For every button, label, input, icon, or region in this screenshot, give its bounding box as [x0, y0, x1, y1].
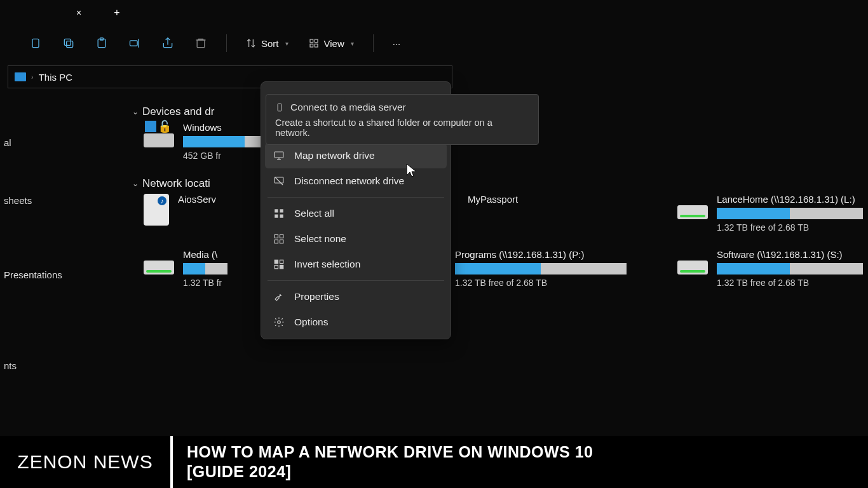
drive-name: Media (\ — [183, 249, 239, 260]
lock-icon: 🔓 — [158, 119, 172, 133]
cut-icon[interactable] — [23, 30, 48, 56]
svg-rect-6 — [197, 40, 205, 48]
svg-rect-14 — [275, 209, 278, 212]
drive-icon — [677, 194, 708, 219]
breadcrumb-separator: › — [31, 73, 34, 81]
chevron-down-icon: ▾ — [285, 40, 288, 47]
svg-rect-7 — [310, 39, 313, 43]
select-none-icon — [273, 233, 285, 245]
drive-icon — [677, 249, 708, 274]
footer-brand: ZENON NEWS — [17, 451, 153, 473]
drive-aios[interactable]: ♪ AiosServ — [144, 194, 239, 233]
select-all-icon — [273, 207, 285, 220]
svg-rect-22 — [275, 260, 278, 263]
footer-headline-line1: HOW TO MAP A NETWORK DRIVE ON WINDOWS 10 — [187, 442, 868, 462]
copy-icon[interactable] — [56, 30, 81, 56]
share-icon[interactable] — [155, 30, 180, 56]
svg-rect-5 — [130, 41, 138, 46]
svg-rect-11 — [278, 104, 281, 111]
drive-media[interactable]: Media (\ 1.32 TB fr — [144, 249, 239, 288]
paste-icon[interactable] — [89, 30, 114, 56]
drive-name: Programs (\\192.168.1.31) (P:) — [455, 249, 639, 260]
drive-software[interactable]: Software (\\192.168.1.31) (S:) 1.32 TB f… — [677, 249, 868, 288]
menu-disconnect-network-drive[interactable]: Disconnect network drive — [265, 168, 447, 194]
new-tab-button[interactable]: + — [107, 4, 127, 22]
svg-rect-8 — [315, 39, 318, 43]
sidebar: al sheets Presentations nts — [0, 93, 107, 436]
tooltip-title: Connect to a media server — [290, 102, 406, 113]
svg-rect-19 — [280, 234, 283, 238]
menu-label: Invert selection — [294, 259, 360, 270]
section-network[interactable]: ⌄ Network locati — [132, 177, 868, 190]
tooltip: Connect to a media server Create a short… — [266, 94, 539, 145]
drive-free-text: 1.32 TB free of 2.68 TB — [717, 278, 868, 288]
svg-rect-0 — [32, 39, 39, 47]
server-icon: ♪ — [144, 194, 169, 226]
view-button[interactable]: View ▾ — [302, 34, 360, 53]
drive-mypassport[interactable]: MyPassport — [468, 194, 639, 233]
drive-name: AiosServ — [178, 194, 239, 205]
drive-name: Software (\\192.168.1.31) (S:) — [717, 249, 868, 260]
drive-free-text: 1.32 TB fr — [183, 278, 239, 288]
menu-map-network-drive[interactable]: Map network drive — [265, 143, 447, 168]
svg-rect-23 — [280, 260, 283, 263]
svg-rect-18 — [275, 234, 278, 238]
sidebar-item[interactable]: Presentations — [0, 263, 107, 287]
svg-rect-12 — [275, 152, 283, 158]
menu-label: Map network drive — [294, 150, 375, 161]
delete-icon[interactable] — [188, 30, 214, 56]
section-devices-label: Devices and dr — [142, 105, 214, 118]
svg-rect-20 — [275, 240, 278, 243]
menu-label: Select none — [294, 233, 346, 245]
toolbar: Sort ▾ View ▾ ··· — [0, 25, 868, 61]
more-button[interactable]: ··· — [386, 34, 407, 53]
section-network-label: Network locati — [142, 177, 210, 190]
menu-options[interactable]: Options — [265, 309, 447, 335]
menu-invert-selection[interactable]: Invert selection — [265, 252, 447, 277]
menu-separator — [268, 197, 444, 198]
sidebar-item[interactable]: sheets — [0, 189, 107, 212]
menu-label: Properties — [294, 291, 339, 302]
menu-separator — [268, 280, 444, 281]
tab-bar: × + — [0, 0, 868, 25]
drive-capacity-bar — [717, 263, 863, 274]
wrench-icon — [273, 290, 285, 303]
svg-rect-17 — [280, 215, 283, 218]
footer-brand-box: ZENON NEWS — [0, 436, 173, 488]
this-pc-icon — [15, 72, 26, 81]
sort-label: Sort — [261, 38, 279, 49]
svg-rect-2 — [64, 39, 71, 45]
menu-select-all[interactable]: Select all — [265, 201, 447, 226]
footer-headline: HOW TO MAP A NETWORK DRIVE ON WINDOWS 10… — [173, 442, 868, 482]
drive-capacity-bar — [455, 263, 627, 274]
drive-name: MyPassport — [468, 194, 639, 205]
drive-icon: 🔓 — [144, 122, 174, 147]
rename-icon[interactable] — [122, 30, 147, 56]
menu-select-none[interactable]: Select none — [265, 226, 447, 252]
sort-button[interactable]: Sort ▾ — [240, 34, 295, 53]
menu-properties[interactable]: Properties — [265, 284, 447, 309]
disconnect-icon — [273, 175, 285, 187]
svg-rect-1 — [67, 41, 73, 48]
svg-rect-21 — [280, 240, 283, 243]
menu-label: Options — [294, 316, 328, 328]
toolbar-separator — [226, 34, 227, 52]
chevron-down-icon: ⌄ — [132, 107, 139, 116]
drive-lancehome[interactable]: LanceHome (\\192.168.1.31) (L:) 1.32 TB … — [677, 194, 868, 233]
invert-selection-icon — [273, 258, 285, 271]
drive-icon — [144, 249, 174, 274]
tooltip-body: Create a shortcut to a shared folder or … — [275, 118, 529, 138]
sidebar-item[interactable]: al — [0, 131, 107, 154]
tab-close-button[interactable]: × — [70, 4, 88, 22]
drive-free-text: 1.32 TB free of 2.68 TB — [455, 278, 639, 288]
ellipsis-icon: ··· — [393, 38, 401, 49]
menu-label: Select all — [294, 208, 334, 219]
drive-programs[interactable]: Programs (\\192.168.1.31) (P:) 1.32 TB f… — [455, 249, 639, 288]
breadcrumb-location[interactable]: This PC — [39, 72, 72, 83]
sidebar-item[interactable]: nts — [0, 354, 107, 377]
svg-rect-10 — [315, 44, 318, 47]
svg-rect-9 — [310, 44, 313, 47]
drive-capacity-bar — [717, 208, 863, 219]
menu-label: Disconnect network drive — [294, 175, 404, 187]
svg-rect-16 — [275, 215, 278, 218]
